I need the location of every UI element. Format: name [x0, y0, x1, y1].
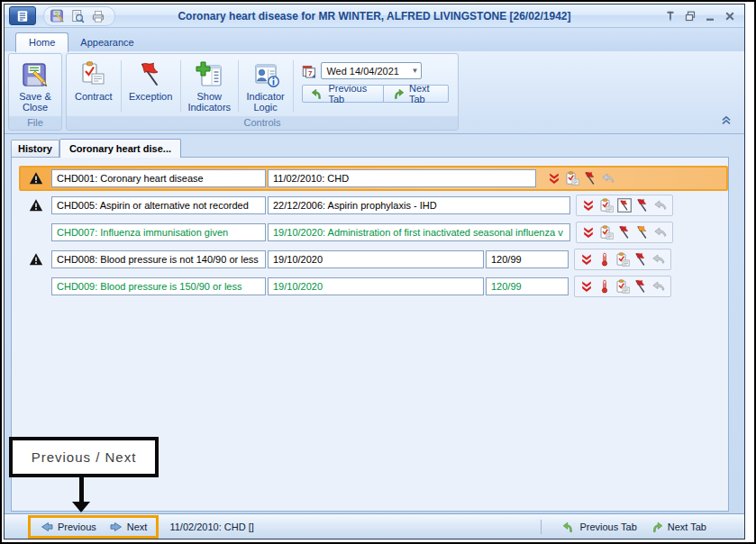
contract-button[interactable]: Contract	[68, 56, 119, 116]
expand-chevrons-icon[interactable]	[579, 279, 594, 294]
print-button[interactable]	[89, 8, 107, 24]
ribbon: Save & Close File Contract Exception	[5, 51, 744, 134]
indicator-row-chd005[interactable]: CHD005: Aspirin or alternative not recor…	[19, 193, 728, 218]
indicator-logic-button[interactable]: Indicator Logic	[241, 56, 291, 116]
app-menu-icon	[15, 9, 30, 23]
row-action-icons	[576, 195, 673, 216]
copy-notes-icon[interactable]	[615, 279, 630, 294]
row-action-icons	[574, 276, 671, 297]
warning-icon	[29, 171, 43, 186]
current-item-status: 11/02/2010: CHD []	[169, 521, 253, 532]
date-picker[interactable]: Wed 14/04/2021 ▼	[321, 62, 422, 79]
expand-chevrons-icon[interactable]	[581, 225, 596, 240]
previous-tab-label: Previous Tab	[579, 521, 636, 532]
next-tab-arrow-icon	[391, 86, 405, 101]
previous-button[interactable]: Previous	[40, 520, 96, 534]
controls-group-label: Controls	[67, 116, 458, 130]
next-tab-button-status[interactable]: Next Tab	[650, 520, 706, 534]
indicator-status-field[interactable]: 19/10/2020: Administration of first inac…	[268, 223, 570, 241]
flag-red-icon[interactable]	[633, 279, 648, 294]
title-bar: Coronary heart disease for MR WINTER, AL…	[5, 5, 744, 28]
tab-history[interactable]: History	[11, 140, 59, 157]
indicator-status-field[interactable]: 11/02/2010: CHD	[268, 169, 536, 187]
date-picker-value: Wed 14/04/2021	[326, 66, 399, 77]
save-close-button[interactable]: Save & Close	[11, 56, 59, 116]
history-arrow-icon[interactable]	[653, 198, 668, 213]
minimize-button[interactable]	[703, 9, 716, 23]
indicator-status-field[interactable]: 22/12/2006: Aspirin prophylaxis - IHD	[268, 196, 570, 214]
thermometer-icon[interactable]	[597, 279, 612, 294]
indicator-row-chd001[interactable]: CHD001: Coronary heart disease 11/02/201…	[19, 166, 728, 191]
status-separator	[541, 520, 542, 534]
show-indicators-icon	[195, 60, 223, 89]
next-tab-button[interactable]: Next Tab	[383, 85, 449, 103]
indicator-row-chd009[interactable]: CHD009: Blood pressure is 150/90 or less…	[19, 274, 728, 299]
flag-framed-icon[interactable]	[617, 198, 632, 213]
previous-tab-button-status[interactable]: Previous Tab	[561, 520, 636, 534]
save-close-label: Save & Close	[12, 91, 59, 113]
next-tab-label: Next Tab	[668, 521, 706, 532]
warning-icon	[29, 198, 43, 213]
ribbon-group-file: Save & Close File	[8, 53, 62, 131]
indicator-code-field[interactable]: CHD009: Blood pressure is 150/90 or less	[51, 277, 266, 295]
ribbon-tab-appearance[interactable]: Appearance	[68, 33, 145, 51]
history-arrow-icon[interactable]	[601, 171, 615, 186]
flag-red-icon[interactable]	[633, 252, 648, 267]
flag-red-icon[interactable]	[583, 171, 597, 186]
collapse-ribbon-button[interactable]	[719, 113, 733, 129]
expand-chevrons-icon[interactable]	[547, 171, 561, 186]
print-preview-button[interactable]	[68, 8, 87, 24]
previous-tab-arrow-icon	[310, 86, 324, 101]
show-indicators-button[interactable]: Show Indicators	[183, 56, 236, 116]
expand-chevrons-icon[interactable]	[579, 252, 594, 267]
save-button[interactable]	[48, 8, 66, 24]
previous-label: Previous	[58, 521, 96, 532]
thermometer-icon[interactable]	[597, 252, 612, 267]
history-arrow-icon[interactable]	[651, 279, 666, 294]
next-button[interactable]: Next	[109, 520, 148, 534]
row-action-icons	[576, 222, 673, 243]
indicator-value-field[interactable]: 120/99	[486, 250, 569, 268]
show-indicators-label: Show Indicators	[184, 91, 235, 113]
copy-notes-icon[interactable]	[599, 198, 614, 213]
tab-coronary-heart-disease[interactable]: Coronary heart dise...	[59, 139, 181, 158]
indicator-status-field[interactable]: 19/10/2020	[268, 277, 484, 295]
indicator-logic-label: Indicator Logic	[241, 91, 290, 113]
history-arrow-icon[interactable]	[653, 225, 668, 240]
status-bar: Previous Next 11/02/2010: CHD [] Previou…	[5, 513, 744, 539]
pin-button[interactable]	[663, 9, 677, 23]
ribbon-tab-home[interactable]: Home	[15, 32, 68, 52]
dropdown-arrow-icon[interactable]: ▼	[411, 67, 418, 75]
annotation-arrowhead-icon	[72, 502, 90, 512]
copy-notes-icon[interactable]	[565, 171, 579, 186]
close-button[interactable]	[723, 9, 736, 23]
pin-icon	[663, 9, 678, 23]
flag-red-icon[interactable]	[617, 225, 632, 240]
exception-button[interactable]: Exception	[123, 56, 178, 116]
indicator-code-field[interactable]: CHD005: Aspirin or alternative not recor…	[51, 196, 266, 214]
indicator-value-field[interactable]: 120/99	[486, 277, 569, 295]
indicator-code-field[interactable]: CHD001: Coronary heart disease	[51, 169, 266, 187]
highlight-box: Previous Next	[28, 515, 159, 539]
copy-notes-icon[interactable]	[599, 225, 614, 240]
indicator-row-chd008[interactable]: CHD008: Blood pressure is not 140/90 or …	[19, 247, 728, 272]
indicator-row-chd007[interactable]: CHD007: Influenza immunisation given 19/…	[19, 220, 728, 245]
previous-tab-button[interactable]: Previous Tab	[302, 85, 384, 103]
next-label: Next	[127, 521, 148, 532]
expand-chevrons-icon[interactable]	[581, 198, 596, 213]
previous-arrow-icon	[40, 520, 54, 534]
previous-tab-arrow-icon	[561, 520, 576, 534]
minimize-icon	[703, 9, 717, 23]
copy-notes-icon[interactable]	[615, 252, 630, 267]
restore-button[interactable]	[683, 9, 697, 23]
flag-orange-icon[interactable]	[635, 225, 650, 240]
save-close-icon	[21, 60, 50, 89]
history-arrow-icon[interactable]	[651, 252, 666, 267]
next-tab-arrow-icon	[650, 520, 664, 534]
window-title: Coronary heart disease for MR WINTER, AL…	[113, 10, 636, 23]
indicator-code-field[interactable]: CHD008: Blood pressure is not 140/90 or …	[51, 250, 266, 268]
indicator-status-field[interactable]: 19/10/2020	[268, 250, 484, 268]
flag-red-icon[interactable]	[635, 198, 650, 213]
indicator-code-field[interactable]: CHD007: Influenza immunisation given	[51, 223, 266, 241]
app-menu-button[interactable]	[9, 6, 36, 25]
